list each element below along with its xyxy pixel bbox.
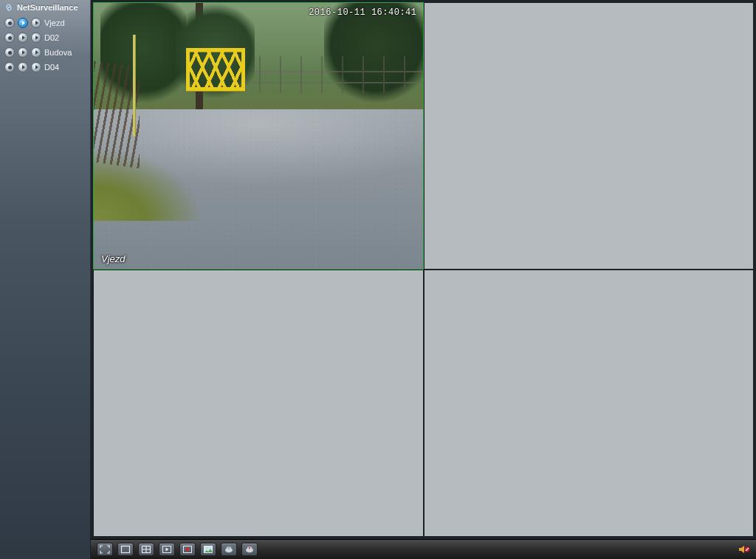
playback-icon (162, 545, 172, 554)
ptz-button[interactable] (221, 543, 237, 556)
svg-point-6 (206, 547, 207, 549)
channel-label: Budova (44, 48, 72, 57)
channel-row[interactable]: D02 (3, 31, 88, 44)
substream-play-icon[interactable] (31, 62, 41, 72)
bottom-toolbar (91, 539, 756, 559)
substream-play-icon[interactable] (31, 47, 41, 58)
app-title-row: NetSurveillance (0, 0, 91, 14)
layout-4-icon (141, 545, 151, 554)
playback-button[interactable] (159, 543, 175, 556)
color-settings-icon (244, 545, 255, 554)
app-title: NetSurveillance (17, 3, 78, 12)
channel-list: Vjezd D02 Budova D04 (0, 14, 91, 78)
speaker-muted-icon (738, 544, 750, 555)
sidebar: NetSurveillance Vjezd D02 Bud (0, 0, 91, 559)
layout-1-icon (120, 545, 131, 554)
video-cell-3[interactable] (93, 270, 424, 537)
channel-label: D04 (44, 63, 59, 72)
record-all-button[interactable] (179, 543, 196, 556)
svg-point-4 (186, 548, 190, 552)
main-area: 2016-10-11 16:40:41 Vjezd (91, 0, 756, 559)
video-cell-1[interactable]: 2016-10-11 16:40:41 Vjezd (93, 2, 424, 270)
camera-timestamp: 2016-10-11 16:40:41 (309, 7, 416, 18)
layout-4-button[interactable] (138, 543, 154, 556)
record-all-icon (182, 545, 193, 554)
layout-1-button[interactable] (117, 543, 134, 556)
fullscreen-icon (100, 545, 110, 554)
record-icon[interactable] (4, 47, 15, 58)
link-icon (4, 3, 13, 12)
mainstream-play-icon[interactable] (18, 47, 28, 58)
channel-label: Vjezd (44, 18, 65, 27)
video-cell-4[interactable] (424, 270, 755, 537)
record-icon[interactable] (4, 18, 15, 28)
svg-point-12 (249, 547, 250, 549)
channel-row[interactable]: Vjezd (3, 16, 88, 30)
camera-feed: 2016-10-11 16:40:41 Vjezd (94, 3, 423, 269)
channel-row[interactable]: Budova (3, 46, 88, 59)
snapshot-icon (203, 545, 213, 554)
camera-label: Vjezd (101, 253, 126, 264)
color-settings-button[interactable] (241, 543, 258, 556)
video-grid: 2016-10-11 16:40:41 Vjezd (91, 0, 756, 539)
svg-rect-0 (122, 546, 130, 553)
mainstream-play-icon[interactable] (18, 32, 28, 43)
snapshot-button[interactable] (200, 543, 216, 556)
ptz-icon (224, 545, 234, 554)
substream-play-icon[interactable] (31, 32, 41, 43)
video-cell-2[interactable] (424, 2, 755, 270)
substream-play-icon[interactable] (31, 18, 41, 28)
channel-label: D02 (44, 33, 59, 42)
fullscreen-button[interactable] (97, 543, 113, 556)
audio-mute-button[interactable] (738, 544, 750, 555)
mainstream-play-icon[interactable] (18, 62, 28, 72)
record-icon[interactable] (4, 32, 15, 43)
mainstream-play-icon[interactable] (18, 18, 28, 28)
svg-point-9 (228, 547, 230, 549)
app-root: NetSurveillance Vjezd D02 Bud (0, 0, 756, 559)
channel-row[interactable]: D04 (3, 61, 88, 74)
record-icon[interactable] (4, 62, 15, 72)
